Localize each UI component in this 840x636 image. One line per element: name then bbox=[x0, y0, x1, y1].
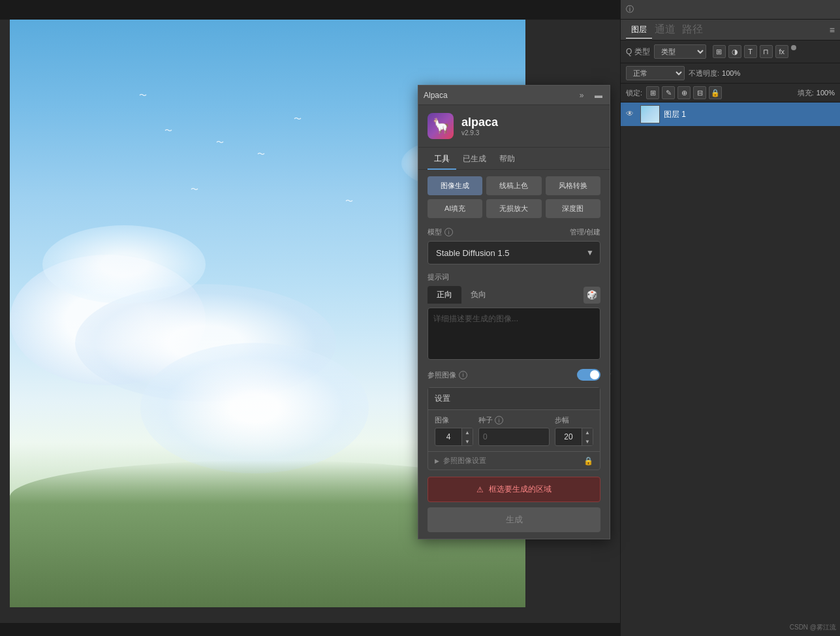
alpaca-panel: Alpaca » ▬ 🦙 alpaca v2.9.3 工具 已生成 帮助 图像生… bbox=[418, 85, 610, 539]
ps-lock-row: 锁定: ⊞ ✎ ⊕ ⊟ 🔒 填充: 100% bbox=[621, 84, 840, 103]
alpaca-version: v2.9.3 bbox=[461, 129, 600, 136]
alpaca-header: 🦙 alpaca v2.9.3 bbox=[418, 105, 610, 148]
blend-mode-select[interactable]: 正常 bbox=[626, 66, 685, 80]
alpaca-title-block: alpaca v2.9.3 bbox=[461, 116, 600, 136]
settings-body: 图像 ▲ ▼ 种子 i bbox=[428, 410, 600, 451]
seed-info-icon[interactable]: i bbox=[495, 416, 503, 424]
cloud-4 bbox=[42, 225, 206, 304]
nav-help[interactable]: 帮助 bbox=[493, 150, 521, 170]
steps-spinners: ▲ ▼ bbox=[582, 428, 593, 446]
csdn-watermark: CSDN @雾江流 bbox=[790, 623, 836, 632]
steps-up[interactable]: ▲ bbox=[582, 428, 593, 437]
prompt-tab-positive[interactable]: 正向 bbox=[428, 286, 461, 304]
prompt-tabs: 正向 负向 🎲 bbox=[428, 286, 600, 304]
tab-divider-1: 通道 bbox=[655, 23, 676, 37]
model-select[interactable]: Stable Diffusion 1.5 bbox=[428, 241, 600, 264]
seed-input[interactable] bbox=[479, 432, 549, 441]
tool-ai-fill[interactable]: AI填充 bbox=[428, 199, 482, 218]
tab-menu-icon[interactable]: ≡ bbox=[830, 25, 835, 35]
prompt-magic-btn[interactable]: 🎲 bbox=[583, 287, 600, 304]
image-count-spinners: ▲ ▼ bbox=[461, 428, 473, 446]
prompt-label: 提示词 bbox=[428, 272, 600, 282]
image-count-group: 图像 ▲ ▼ bbox=[435, 415, 473, 446]
settings-section: 设置 图像 ▲ ▼ bbox=[428, 387, 600, 470]
alpaca-app-name: alpaca bbox=[461, 116, 600, 129]
bird-1: 〜 bbox=[164, 125, 172, 136]
seed-input-wrap bbox=[478, 428, 550, 446]
lock-transparent-btn[interactable]: ⊞ bbox=[646, 86, 659, 99]
layer-name: 图层 1 bbox=[664, 109, 686, 120]
opacity-label: 不透明度: bbox=[689, 69, 719, 78]
steps-input-wrap: ▲ ▼ bbox=[555, 428, 593, 446]
tab-layers[interactable]: 图层 bbox=[626, 22, 652, 39]
image-count-down[interactable]: ▼ bbox=[462, 437, 473, 446]
lock-all-btn[interactable]: 🔒 bbox=[709, 86, 722, 99]
settings-fields-row: 图像 ▲ ▼ 种子 i bbox=[435, 415, 593, 446]
opacity-row: 不透明度: 100% bbox=[689, 69, 740, 78]
image-count-input[interactable] bbox=[435, 432, 461, 441]
filter-icons: ⊞ ◑ T ⊓ fx bbox=[713, 45, 796, 58]
bird-6: 〜 bbox=[345, 196, 353, 207]
filter-type-select[interactable]: 类型 bbox=[654, 44, 706, 59]
tool-style-transfer[interactable]: 风格转换 bbox=[546, 176, 600, 195]
ps-blend-row: 正常 不透明度: 100% bbox=[621, 63, 840, 84]
manage-link[interactable]: 管理/创建 bbox=[570, 227, 600, 237]
tool-buttons-grid: 图像生成 线稿上色 风格转换 AI填充 无损放大 深度图 bbox=[428, 176, 600, 218]
nav-generated[interactable]: 已生成 bbox=[456, 150, 493, 170]
ps-filter-row: Q 类型 类型 ⊞ ◑ T ⊓ fx bbox=[621, 40, 840, 63]
lock-move-btn[interactable]: ⊕ bbox=[677, 86, 691, 99]
filter-icon-effect[interactable]: fx bbox=[775, 45, 788, 58]
ref-image-toggle[interactable] bbox=[577, 369, 600, 381]
opacity-value: 100% bbox=[722, 69, 740, 77]
filter-label: Q 类型 bbox=[626, 46, 650, 57]
prompt-textarea[interactable] bbox=[428, 308, 600, 360]
lock-artboard-btn[interactable]: ⊟ bbox=[693, 86, 706, 99]
alpaca-logo-inner: 🦙 bbox=[428, 113, 454, 139]
ref-image-info-icon[interactable]: i bbox=[459, 371, 467, 379]
bird-7: 〜 bbox=[139, 90, 147, 101]
filter-dot bbox=[791, 45, 796, 50]
canvas-bottom-bar bbox=[0, 623, 620, 636]
warning-button[interactable]: ⚠ 框选要生成的区域 bbox=[428, 477, 600, 502]
ps-info-icon: ⓘ bbox=[626, 4, 634, 15]
tool-line-color[interactable]: 线稿上色 bbox=[486, 176, 541, 195]
alpaca-panel-title: Alpaca bbox=[424, 91, 576, 100]
tool-image-gen[interactable]: 图像生成 bbox=[428, 176, 482, 195]
nav-tools[interactable]: 工具 bbox=[428, 150, 456, 170]
model-info-icon[interactable]: i bbox=[444, 228, 453, 236]
tab-divider-2: 路径 bbox=[682, 23, 703, 37]
filter-icon-shape[interactable]: ⊓ bbox=[760, 45, 773, 58]
layer-thumb-preview bbox=[641, 106, 659, 123]
advanced-label: 参照图像设置 bbox=[443, 456, 486, 466]
seed-group: 种子 i bbox=[478, 415, 550, 446]
lock-paint-btn[interactable]: ✎ bbox=[662, 86, 675, 99]
fill-row: 填充: 100% bbox=[798, 88, 835, 98]
ps-layer-row[interactable]: 👁 图层 1 bbox=[621, 103, 840, 126]
tool-upscale[interactable]: 无损放大 bbox=[486, 199, 541, 218]
tool-depth[interactable]: 深度图 bbox=[546, 199, 600, 218]
alpaca-logo: 🦙 bbox=[428, 113, 454, 139]
advanced-row[interactable]: ▶ 参照图像设置 🔒 bbox=[428, 451, 600, 469]
settings-header: 设置 bbox=[428, 388, 600, 410]
panel-collapse-icon[interactable]: ▬ bbox=[593, 89, 604, 101]
image-count-up[interactable]: ▲ bbox=[462, 428, 473, 437]
warning-icon: ⚠ bbox=[476, 485, 484, 494]
filter-icon-adjust[interactable]: ◑ bbox=[728, 45, 741, 58]
alpaca-title-icons: » ▬ bbox=[576, 89, 604, 101]
model-select-wrapper: Stable Diffusion 1.5 ▼ bbox=[428, 241, 600, 264]
steps-down[interactable]: ▼ bbox=[582, 437, 593, 446]
filter-icon-text[interactable]: T bbox=[744, 45, 757, 58]
cloud-5 bbox=[140, 343, 369, 473]
bird-5: 〜 bbox=[191, 184, 198, 195]
canvas-top-bar bbox=[0, 0, 620, 20]
prompt-tab-negative[interactable]: 负向 bbox=[461, 286, 495, 304]
panel-expand-icon[interactable]: » bbox=[576, 89, 587, 101]
bird-2: 〜 bbox=[216, 137, 224, 148]
layer-visibility-icon[interactable]: 👁 bbox=[626, 109, 636, 119]
generate-button[interactable]: 生成 bbox=[428, 507, 600, 532]
steps-input[interactable] bbox=[555, 432, 582, 441]
filter-icon-pixel[interactable]: ⊞ bbox=[713, 45, 726, 58]
ref-image-row: 参照图像 i bbox=[428, 369, 600, 381]
fill-label: 填充: bbox=[798, 88, 814, 98]
alpaca-content: 图像生成 线稿上色 风格转换 AI填充 无损放大 深度图 模型 i 管理/创建 … bbox=[418, 170, 610, 539]
